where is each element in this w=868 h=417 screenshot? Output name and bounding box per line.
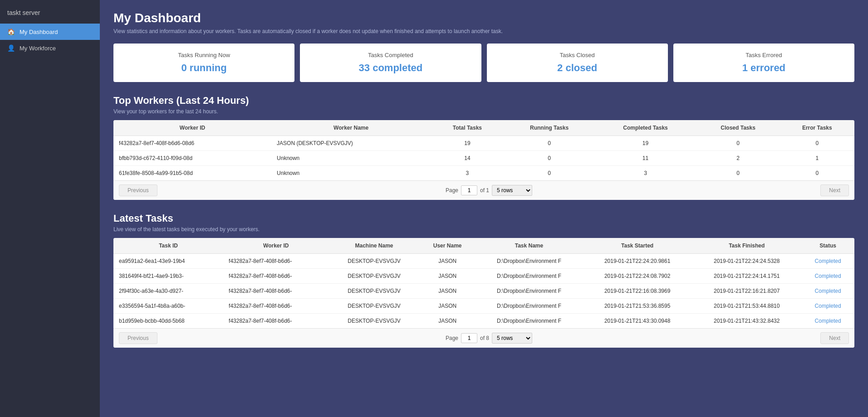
table-row: f43282a7-8ef7-408f-b6d6-08d6 JASON (DESK… xyxy=(113,136,854,151)
stat-errored-value: 1 errored xyxy=(742,62,785,74)
col-worker-id: Worker ID xyxy=(113,120,271,136)
task-name-cell: D:\Dropbox\Environment F xyxy=(476,299,583,314)
worker-id-cell: 61fe38fe-8508-4a99-91b5-08d xyxy=(113,166,271,181)
finished-cell: 2019-01-21T22:24:24.5328 xyxy=(692,254,801,269)
latest-tasks-prev-btn[interactable]: Previous xyxy=(119,332,157,344)
home-icon: 🏠 xyxy=(7,28,15,35)
stat-card-running: Tasks Running Now 0 running xyxy=(113,44,294,82)
worker-id-cell: bfbb793d-c672-4110-f09d-08d xyxy=(113,151,271,166)
running-cell: 0 xyxy=(504,151,595,166)
task-worker-id-cell: f43282a7-8ef7-408f-b6d6- xyxy=(223,284,329,299)
stat-running-label: Tasks Running Now xyxy=(178,52,230,58)
stat-completed-label: Tasks Completed xyxy=(368,52,413,58)
top-workers-table-container: Worker ID Worker Name Total Tasks Runnin… xyxy=(113,120,854,200)
status-cell: Completed xyxy=(801,314,854,329)
stat-card-errored: Tasks Errored 1 errored xyxy=(673,44,854,82)
top-workers-table: Worker ID Worker Name Total Tasks Runnin… xyxy=(113,120,854,180)
latest-tasks-page-input[interactable] xyxy=(461,333,477,343)
top-workers-page-input[interactable] xyxy=(461,185,477,195)
col-task-id: Task ID xyxy=(113,238,223,254)
latest-tasks-title: Latest Tasks xyxy=(113,213,854,224)
latest-tasks-table-container: Task ID Worker ID Machine Name User Name… xyxy=(113,238,854,348)
top-workers-prev-btn[interactable]: Previous xyxy=(119,184,157,196)
task-worker-id-cell: f43282a7-8ef7-408f-b6d6- xyxy=(223,254,329,269)
sidebar-item-workforce-label: My Workforce xyxy=(20,45,56,52)
col-worker-name: Worker Name xyxy=(271,120,431,136)
machine-cell: DESKTOP-EVSVGJV xyxy=(329,314,420,329)
finished-cell: 2019-01-21T22:16:21.8207 xyxy=(692,284,801,299)
error-cell: 1 xyxy=(780,151,854,166)
user-cell: JASON xyxy=(419,284,475,299)
worker-name-cell: Unknown xyxy=(271,166,431,181)
app-title: taskt server xyxy=(0,5,100,24)
table-row: e3356594-5a1f-4b8a-a60b- f43282a7-8ef7-4… xyxy=(113,299,854,314)
task-id-cell: 381649f4-bf21-4ae9-19b3- xyxy=(113,269,223,284)
stat-closed-value: 2 closed xyxy=(557,62,597,74)
stat-cards: Tasks Running Now 0 running Tasks Comple… xyxy=(113,44,854,82)
task-id-cell: 2f94f30c-a63e-4a30-d927- xyxy=(113,284,223,299)
started-cell: 2019-01-21T22:24:20.9861 xyxy=(583,254,692,269)
latest-tasks-next-btn[interactable]: Next xyxy=(820,332,849,344)
status-cell: Completed xyxy=(801,284,854,299)
page-subtitle: View statistics and information about yo… xyxy=(113,28,854,34)
top-workers-title: Top Workers (Last 24 Hours) xyxy=(113,95,854,107)
stat-running-value: 0 running xyxy=(181,62,227,74)
col-closed-tasks: Closed Tasks xyxy=(696,120,780,136)
user-cell: JASON xyxy=(419,299,475,314)
user-cell: JASON xyxy=(419,314,475,329)
table-row: ea9591a2-6ea1-43e9-19b4 f43282a7-8ef7-40… xyxy=(113,254,854,269)
error-cell: 0 xyxy=(780,166,854,181)
worker-id-cell: f43282a7-8ef7-408f-b6d6-08d6 xyxy=(113,136,271,151)
task-name-cell: D:\Dropbox\Environment F xyxy=(476,284,583,299)
col-machine-name: Machine Name xyxy=(329,238,420,254)
machine-cell: DESKTOP-EVSVGJV xyxy=(329,299,420,314)
col-task-finished: Task Finished xyxy=(692,238,801,254)
main-content: My Dashboard View statistics and informa… xyxy=(100,0,868,417)
completed-cell: 3 xyxy=(594,166,696,181)
running-cell: 0 xyxy=(504,136,595,151)
col-status: Status xyxy=(801,238,854,254)
col-running-tasks: Running Tasks xyxy=(504,120,595,136)
user-cell: JASON xyxy=(419,254,475,269)
top-workers-page-info: Page of 1 5 rows 10 rows 25 rows xyxy=(446,185,532,196)
finished-cell: 2019-01-21T21:43:32.8432 xyxy=(692,314,801,329)
table-row: 2f94f30c-a63e-4a30-d927- f43282a7-8ef7-4… xyxy=(113,284,854,299)
col-user-name: User Name xyxy=(419,238,475,254)
started-cell: 2019-01-21T22:24:08.7902 xyxy=(583,269,692,284)
sidebar-item-dashboard-label: My Dashboard xyxy=(20,29,58,35)
closed-cell: 2 xyxy=(696,151,780,166)
sidebar-item-workforce[interactable]: 👤 My Workforce xyxy=(0,40,100,56)
total-cell: 19 xyxy=(431,136,504,151)
col-task-name: Task Name xyxy=(476,238,583,254)
task-worker-id-cell: f43282a7-8ef7-408f-b6d6- xyxy=(223,314,329,329)
total-cell: 14 xyxy=(431,151,504,166)
machine-cell: DESKTOP-EVSVGJV xyxy=(329,269,420,284)
user-cell: JASON xyxy=(419,269,475,284)
task-id-cell: e3356594-5a1f-4b8a-a60b- xyxy=(113,299,223,314)
stat-completed-value: 33 completed xyxy=(359,62,423,74)
sidebar-item-dashboard[interactable]: 🏠 My Dashboard xyxy=(0,24,100,40)
task-worker-id-cell: f43282a7-8ef7-408f-b6d6- xyxy=(223,299,329,314)
status-cell: Completed xyxy=(801,299,854,314)
closed-cell: 0 xyxy=(696,136,780,151)
closed-cell: 0 xyxy=(696,166,780,181)
latest-tasks-subtitle: Live view of the latest tasks being exec… xyxy=(113,226,854,233)
top-workers-next-btn[interactable]: Next xyxy=(820,184,849,196)
task-id-cell: ea9591a2-6ea1-43e9-19b4 xyxy=(113,254,223,269)
task-name-cell: D:\Dropbox\Environment F xyxy=(476,269,583,284)
total-cell: 3 xyxy=(431,166,504,181)
running-cell: 0 xyxy=(504,166,595,181)
top-workers-rows-select[interactable]: 5 rows 10 rows 25 rows xyxy=(492,185,532,196)
table-row: bfbb793d-c672-4110-f09d-08d Unknown 14 0… xyxy=(113,151,854,166)
table-row: 61fe38fe-8508-4a99-91b5-08d Unknown 3 0 … xyxy=(113,166,854,181)
latest-tasks-pagination: Previous Page of 8 5 rows 10 rows 25 row… xyxy=(113,328,854,348)
completed-cell: 19 xyxy=(594,136,696,151)
latest-tasks-of-label: of 8 xyxy=(480,335,489,341)
stat-closed-label: Tasks Closed xyxy=(559,52,594,58)
col-task-started: Task Started xyxy=(583,238,692,254)
page-label-tasks: Page xyxy=(446,335,458,341)
latest-tasks-rows-select[interactable]: 5 rows 10 rows 25 rows xyxy=(492,333,532,344)
table-row: 381649f4-bf21-4ae9-19b3- f43282a7-8ef7-4… xyxy=(113,269,854,284)
status-cell: Completed xyxy=(801,254,854,269)
stat-card-closed: Tasks Closed 2 closed xyxy=(487,44,668,82)
